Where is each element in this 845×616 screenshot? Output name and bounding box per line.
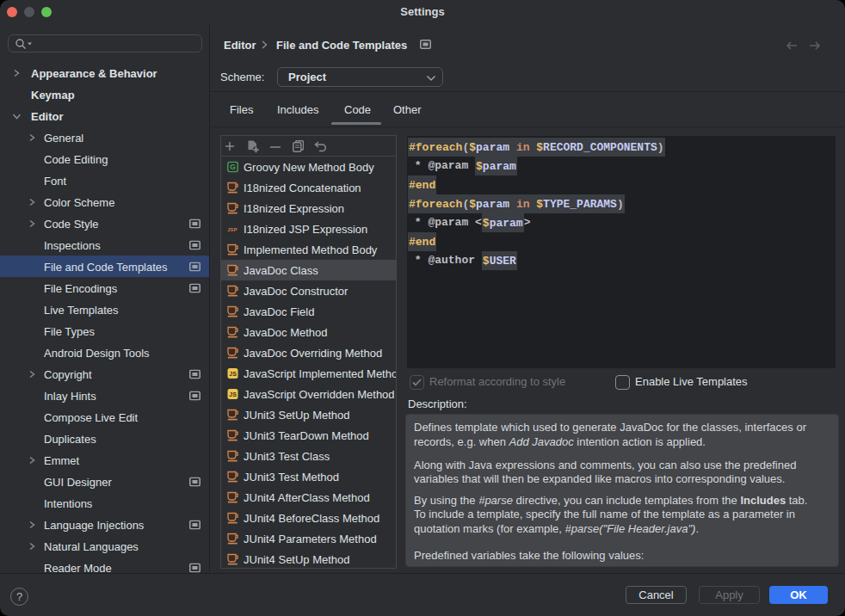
svg-text:G: G <box>230 163 236 171</box>
svg-text:JS: JS <box>229 391 237 397</box>
svg-text:JSP: JSP <box>227 226 237 231</box>
svg-text:JS: JS <box>229 370 237 376</box>
